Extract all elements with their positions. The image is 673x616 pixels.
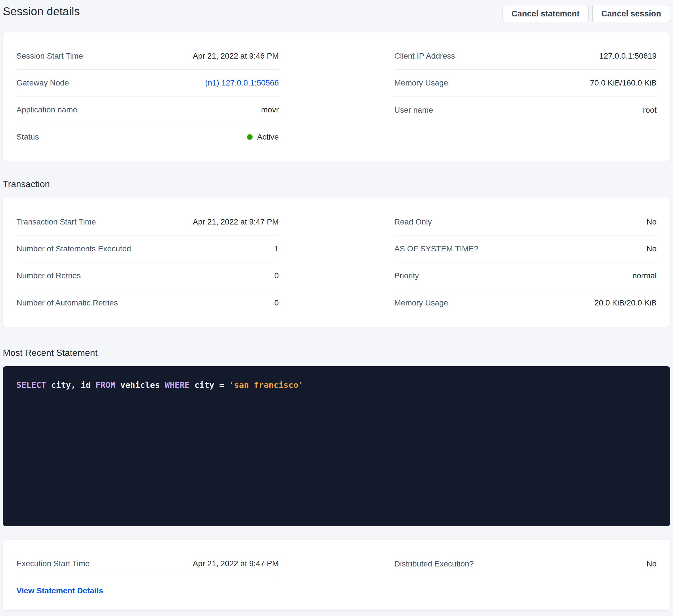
table-row: Gateway Node (n1) 127.0.0.1:50566 [16, 70, 279, 96]
transaction-memory-usage-value: 20.0 KiB/20.0 KiB [595, 298, 657, 307]
automatic-retries-value: 0 [274, 298, 279, 307]
table-row: Read Only No [394, 209, 657, 236]
execution-summary-card: Execution Start Time Apr 21, 2022 at 9:4… [3, 540, 670, 610]
table-row: Number of Automatic Retries 0 [16, 289, 279, 316]
transaction-card-left-column: Transaction Start Time Apr 21, 2022 at 9… [16, 209, 279, 316]
sql-token-string: 'san francisco' [229, 380, 303, 390]
table-row: Client IP Address 127.0.0.1:50619 [394, 43, 657, 70]
user-name-label: User name [394, 105, 433, 115]
status-active-dot-icon [247, 134, 253, 140]
execution-start-time-label: Execution Start Time [16, 559, 89, 568]
sql-statement-box: SELECT city, id FROM vehicles WHERE city… [3, 366, 670, 526]
table-row: Application name movr [16, 96, 279, 123]
number-of-retries-value: 0 [274, 271, 279, 280]
sql-statement-code: SELECT city, id FROM vehicles WHERE city… [16, 379, 657, 391]
page-title: Session details [3, 4, 80, 19]
table-row: Number of Statements Executed 1 [16, 236, 279, 262]
sql-token-plain: city = [195, 380, 229, 390]
gateway-node-link[interactable]: (n1) 127.0.0.1:50566 [205, 78, 279, 87]
read-only-label: Read Only [394, 218, 432, 227]
session-start-time-value: Apr 21, 2022 at 9:46 PM [193, 51, 279, 61]
transaction-card-right-column: Read Only No AS OF SYSTEM TIME? No Prior… [394, 209, 657, 316]
table-row: Number of Retries 0 [16, 262, 279, 289]
execution-start-time-value: Apr 21, 2022 at 9:47 PM [193, 559, 279, 568]
status-value: Active [257, 132, 279, 141]
statements-executed-label: Number of Statements Executed [16, 244, 131, 253]
header-buttons: Cancel statement Cancel session [502, 4, 670, 22]
as-of-system-time-label: AS OF SYSTEM TIME? [394, 244, 478, 253]
number-of-retries-label: Number of Retries [16, 271, 81, 280]
table-row: User name root [394, 96, 657, 123]
priority-label: Priority [394, 271, 419, 280]
transaction-start-time-label: Transaction Start Time [16, 218, 96, 227]
distributed-execution-value: No [646, 559, 657, 568]
transaction-memory-usage-label: Memory Usage [394, 298, 448, 307]
table-row: Status Active [16, 123, 279, 150]
sql-token-keyword: SELECT [16, 380, 51, 390]
status-badge: Active [247, 132, 279, 141]
session-start-time-label: Session Start Time [16, 51, 83, 61]
view-statement-details-link[interactable]: View Statement Details [16, 586, 103, 596]
read-only-value: No [646, 218, 657, 227]
automatic-retries-label: Number of Automatic Retries [16, 298, 118, 307]
client-ip-value: 127.0.0.1:50619 [599, 51, 657, 61]
table-row: AS OF SYSTEM TIME? No [394, 236, 657, 262]
page-header: Session details Cancel statement Cancel … [3, 4, 670, 22]
most-recent-statement-heading: Most Recent Statement [3, 347, 670, 358]
table-row: Memory Usage 20.0 KiB/20.0 KiB [394, 289, 657, 316]
statements-executed-value: 1 [274, 244, 279, 253]
application-name-label: Application name [16, 105, 77, 114]
table-row: Memory Usage 70.0 KiB/160.0 KiB [394, 70, 657, 96]
execution-card-right-column: Distributed Execution? No [394, 550, 657, 577]
user-name-value: root [643, 105, 657, 115]
cancel-session-button[interactable]: Cancel session [592, 5, 670, 22]
transaction-summary-card: Transaction Start Time Apr 21, 2022 at 9… [3, 198, 670, 327]
session-card-left-column: Session Start Time Apr 21, 2022 at 9:46 … [16, 43, 279, 150]
status-label: Status [16, 132, 39, 141]
sql-token-plain: vehicles [121, 380, 165, 390]
table-row: Execution Start Time Apr 21, 2022 at 9:4… [16, 550, 279, 577]
client-ip-label: Client IP Address [394, 51, 455, 61]
session-memory-usage-label: Memory Usage [394, 78, 448, 87]
table-row: Transaction Start Time Apr 21, 2022 at 9… [16, 209, 279, 236]
gateway-node-label: Gateway Node [16, 78, 69, 87]
cancel-statement-button[interactable]: Cancel statement [502, 5, 589, 22]
session-card-right-column: Client IP Address 127.0.0.1:50619 Memory… [394, 43, 657, 123]
sql-token-keyword: WHERE [165, 380, 195, 390]
table-row: Session Start Time Apr 21, 2022 at 9:46 … [16, 43, 279, 70]
priority-value: normal [632, 271, 657, 280]
session-summary-card: Session Start Time Apr 21, 2022 at 9:46 … [3, 32, 670, 161]
session-details-page: Session details Cancel statement Cancel … [0, 0, 673, 610]
application-name-value: movr [261, 105, 279, 114]
transaction-start-time-value: Apr 21, 2022 at 9:47 PM [193, 218, 279, 227]
sql-token-plain: city, id [51, 380, 95, 390]
table-row: Priority normal [394, 262, 657, 289]
sql-token-keyword: FROM [95, 380, 120, 390]
session-memory-usage-value: 70.0 KiB/160.0 KiB [590, 78, 657, 87]
as-of-system-time-value: No [646, 244, 657, 253]
distributed-execution-label: Distributed Execution? [394, 559, 474, 568]
table-row: Distributed Execution? No [394, 550, 657, 577]
execution-card-left-column: Execution Start Time Apr 21, 2022 at 9:4… [16, 550, 279, 596]
transaction-section-heading: Transaction [3, 178, 670, 190]
